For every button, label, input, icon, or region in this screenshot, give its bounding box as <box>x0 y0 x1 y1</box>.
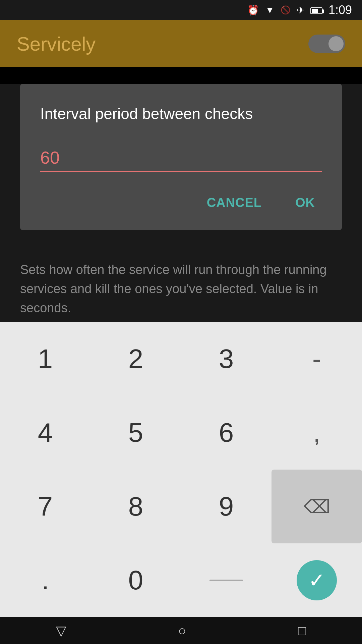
key-0[interactable]: 0 <box>90 543 181 617</box>
nosim-icon: 🚫 <box>281 5 291 15</box>
key-9[interactable]: 9 <box>181 470 272 543</box>
key-space[interactable] <box>181 543 272 617</box>
backspace-icon: ⌫ <box>304 496 330 518</box>
ok-button[interactable]: OK <box>289 192 322 213</box>
key-confirm[interactable]: ✓ <box>272 543 362 617</box>
keyboard: 1 2 3 - 4 5 6 , 7 8 9 ⌫ . 0 ✓ <box>0 322 362 617</box>
confirm-button[interactable]: ✓ <box>297 560 337 600</box>
status-icons: ⏰ ▼ 🚫 ✈ 1:09 <box>247 3 352 17</box>
space-bar-line <box>209 580 243 581</box>
keyboard-grid: 1 2 3 - 4 5 6 , 7 8 9 ⌫ . 0 ✓ <box>0 322 362 617</box>
key-5[interactable]: 5 <box>90 396 181 470</box>
airplane-icon: ✈ <box>297 5 304 16</box>
key-8[interactable]: 8 <box>90 470 181 543</box>
key-3[interactable]: 3 <box>181 322 272 396</box>
key-dot[interactable]: . <box>0 543 90 617</box>
battery-icon <box>310 5 322 15</box>
status-bar: ⏰ ▼ 🚫 ✈ 1:09 <box>0 0 362 20</box>
cancel-button[interactable]: CANCEL <box>200 192 268 213</box>
key-4[interactable]: 4 <box>0 396 90 470</box>
check-icon: ✓ <box>308 569 325 592</box>
dialog-input-container[interactable] <box>40 144 322 172</box>
key-1[interactable]: 1 <box>0 322 90 396</box>
dialog-buttons: CANCEL OK <box>40 192 322 213</box>
interval-input[interactable] <box>40 144 322 172</box>
nav-bar: ▽ ○ □ <box>0 617 362 644</box>
key-comma[interactable]: , <box>272 396 362 470</box>
key-delete[interactable]: ⌫ <box>272 470 362 543</box>
key-6[interactable]: 6 <box>181 396 272 470</box>
toggle-switch[interactable] <box>308 35 345 53</box>
nav-recent-button[interactable]: □ <box>298 623 306 638</box>
description-text: Sets how often the service will run thro… <box>20 260 342 318</box>
nav-back-button[interactable]: ▽ <box>56 623 66 638</box>
app-title: Servicely <box>17 33 96 55</box>
key-2[interactable]: 2 <box>90 322 181 396</box>
dialog: Interval period between checks CANCEL OK <box>20 84 342 230</box>
key-7[interactable]: 7 <box>0 470 90 543</box>
dialog-title: Interval period between checks <box>40 104 322 124</box>
nav-home-button[interactable]: ○ <box>178 623 186 638</box>
wifi-icon: ▼ <box>265 5 275 15</box>
key-dash[interactable]: - <box>272 322 362 396</box>
dialog-overlay: Interval period between checks CANCEL OK… <box>0 84 362 338</box>
alarm-icon: ⏰ <box>247 5 259 16</box>
status-time: 1:09 <box>328 3 352 17</box>
app-bar: Servicely <box>0 20 362 67</box>
